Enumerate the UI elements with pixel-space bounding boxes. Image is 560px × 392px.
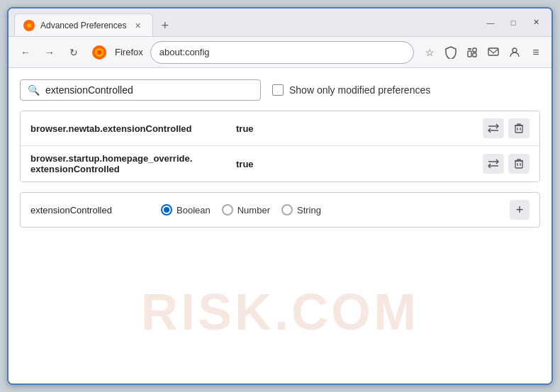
search-row: 🔍 Show only modified preferences	[20, 79, 540, 101]
swap-button-2[interactable]	[483, 154, 504, 174]
swap-button-1[interactable]	[483, 118, 504, 138]
forward-icon: →	[45, 47, 55, 58]
svg-rect-7	[473, 53, 476, 57]
pref-value-1: true	[236, 123, 476, 134]
radio-string[interactable]: String	[281, 204, 321, 215]
row-actions-1	[483, 118, 530, 138]
add-pref-name: extensionControlled	[30, 205, 151, 215]
table-row: browser.newtab.extensionControlled true	[21, 111, 539, 146]
svg-rect-14	[515, 161, 522, 168]
active-tab[interactable]: Advanced Preferences ×	[14, 13, 153, 36]
address-bar[interactable]: about:config	[150, 41, 414, 64]
back-icon: ←	[21, 47, 30, 58]
radio-string-circle[interactable]	[281, 204, 293, 215]
tab-area: Advanced Preferences × +	[14, 9, 481, 36]
page-content: RISK.COM 🔍 Show only modified preference…	[9, 68, 551, 383]
message-icon[interactable]	[485, 44, 502, 61]
delete-button-2[interactable]	[508, 154, 530, 174]
svg-rect-8	[468, 48, 471, 50]
navigation-bar: ← → ↻ Firefox about:config ☆	[9, 37, 551, 68]
tab-close-button[interactable]: ×	[132, 19, 143, 32]
refresh-icon: ↻	[69, 47, 78, 58]
watermark: RISK.COM	[141, 283, 419, 341]
shield-icon[interactable]	[442, 44, 459, 61]
search-icon: 🔍	[28, 84, 40, 96]
pref-value-2: true	[236, 159, 476, 169]
tab-favicon	[23, 20, 35, 31]
svg-point-1	[27, 23, 31, 28]
results-table: browser.newtab.extensionControlled true …	[20, 111, 540, 182]
menu-icon[interactable]: ≡	[527, 44, 544, 61]
nav-icons: ☆ ≡	[421, 44, 544, 61]
firefox-label: Firefox	[115, 47, 143, 57]
add-row: extensionControlled Boolean Number Strin…	[20, 192, 540, 228]
row-actions-2	[483, 154, 530, 174]
svg-rect-6	[473, 48, 476, 52]
pref-name-2: browser.startup.homepage_override. exten…	[30, 153, 229, 174]
radio-number[interactable]: Number	[222, 204, 270, 215]
firefox-logo	[91, 44, 108, 61]
bookmark-icon[interactable]: ☆	[421, 44, 438, 61]
radio-boolean-circle[interactable]	[161, 204, 172, 215]
radio-boolean[interactable]: Boolean	[161, 204, 211, 215]
svg-rect-11	[515, 125, 522, 133]
show-modified-checkbox[interactable]	[272, 84, 284, 96]
browser-window: Advanced Preferences × + — □ ✕ ← → ↻	[7, 7, 553, 385]
minimize-button[interactable]: —	[481, 14, 500, 31]
address-text: about:config	[159, 47, 405, 57]
forward-button[interactable]: →	[40, 43, 60, 62]
svg-point-10	[513, 48, 517, 52]
tab-title: Advanced Preferences	[40, 21, 126, 30]
search-input[interactable]	[45, 84, 253, 96]
add-plus-button[interactable]: +	[510, 200, 530, 220]
close-button[interactable]: ✕	[526, 14, 546, 31]
profile-icon[interactable]	[506, 44, 523, 61]
extension-icon[interactable]	[464, 44, 481, 61]
radio-group: Boolean Number String	[161, 204, 500, 215]
svg-point-4	[97, 50, 101, 55]
window-controls: — □ ✕	[481, 14, 546, 31]
show-modified-label[interactable]: Show only modified preferences	[272, 84, 430, 96]
maximize-button[interactable]: □	[503, 14, 523, 31]
svg-rect-9	[488, 48, 498, 55]
pref-name-1: browser.newtab.extensionControlled	[30, 123, 229, 134]
back-button[interactable]: ←	[16, 43, 35, 62]
delete-button-1[interactable]	[508, 118, 530, 138]
new-tab-button[interactable]: +	[156, 16, 175, 36]
radio-number-circle[interactable]	[222, 204, 233, 215]
search-box: 🔍	[20, 79, 261, 101]
refresh-button[interactable]: ↻	[64, 43, 84, 62]
svg-rect-5	[468, 51, 471, 57]
title-bar: Advanced Preferences × + — □ ✕	[9, 9, 551, 37]
table-row: browser.startup.homepage_override. exten…	[21, 146, 539, 181]
